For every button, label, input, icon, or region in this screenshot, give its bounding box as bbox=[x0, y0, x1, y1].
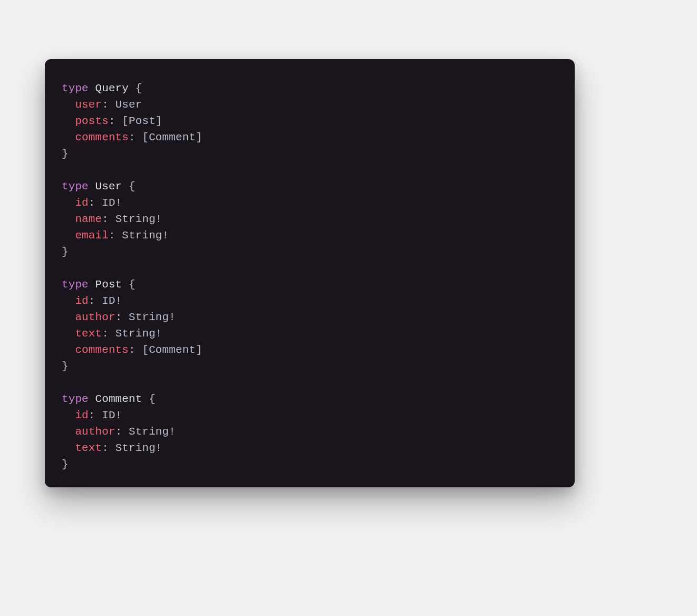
field-type-token: String! bbox=[129, 426, 176, 438]
field-name-token: author bbox=[75, 311, 115, 323]
field-type-token: String! bbox=[115, 442, 162, 454]
field-type-token: String! bbox=[129, 311, 176, 323]
colon-token: : bbox=[115, 426, 122, 438]
field-name-token: id bbox=[75, 295, 88, 307]
colon-token: : bbox=[115, 311, 122, 323]
colon-token: : bbox=[102, 442, 109, 454]
code-card: type Query { user: User posts: [Post] co… bbox=[45, 59, 575, 487]
field-name-token: user bbox=[75, 99, 102, 111]
keyword-token: type bbox=[62, 393, 89, 405]
keyword-token: type bbox=[62, 82, 89, 94]
field-name-token: name bbox=[75, 213, 102, 225]
brace-close: } bbox=[62, 148, 69, 160]
brace-open: { bbox=[129, 180, 135, 192]
type-name-token: Comment bbox=[95, 393, 142, 405]
brace-close: } bbox=[62, 246, 69, 258]
field-type-token: User bbox=[115, 99, 142, 111]
field-type-token: ID! bbox=[102, 197, 122, 209]
colon-token: : bbox=[109, 115, 115, 127]
graphql-schema-code: type Query { user: User posts: [Post] co… bbox=[62, 80, 558, 473]
field-type-token: String! bbox=[122, 229, 169, 242]
field-type-token: [Comment] bbox=[142, 344, 202, 356]
brace-open: { bbox=[135, 82, 142, 94]
colon-token: : bbox=[102, 99, 109, 111]
colon-token: : bbox=[89, 409, 95, 421]
field-name-token: text bbox=[75, 442, 102, 454]
colon-token: : bbox=[89, 295, 95, 307]
brace-open: { bbox=[149, 393, 156, 405]
field-name-token: text bbox=[75, 328, 102, 340]
keyword-token: type bbox=[62, 278, 89, 291]
colon-token: : bbox=[109, 229, 115, 242]
field-type-token: String! bbox=[115, 328, 162, 340]
field-name-token: posts bbox=[75, 115, 109, 127]
field-type-token: String! bbox=[115, 213, 162, 225]
keyword-token: type bbox=[62, 180, 89, 192]
field-name-token: email bbox=[75, 229, 109, 242]
field-name-token: id bbox=[75, 197, 88, 209]
field-name-token: author bbox=[75, 426, 115, 438]
type-name-token: Query bbox=[95, 82, 129, 94]
field-type-token: [Comment] bbox=[142, 131, 202, 143]
field-type-token: ID! bbox=[102, 295, 122, 307]
brace-close: } bbox=[62, 458, 69, 470]
field-name-token: id bbox=[75, 409, 88, 421]
field-name-token: comments bbox=[75, 344, 129, 356]
colon-token: : bbox=[129, 344, 135, 356]
field-type-token: ID! bbox=[102, 409, 122, 421]
field-name-token: comments bbox=[75, 131, 129, 143]
colon-token: : bbox=[102, 213, 109, 225]
colon-token: : bbox=[129, 131, 135, 143]
type-name-token: User bbox=[95, 180, 122, 192]
colon-token: : bbox=[102, 328, 109, 340]
field-type-token: [Post] bbox=[122, 115, 162, 127]
type-name-token: Post bbox=[95, 278, 122, 291]
brace-open: { bbox=[129, 278, 135, 291]
colon-token: : bbox=[89, 197, 95, 209]
brace-close: } bbox=[62, 360, 69, 372]
